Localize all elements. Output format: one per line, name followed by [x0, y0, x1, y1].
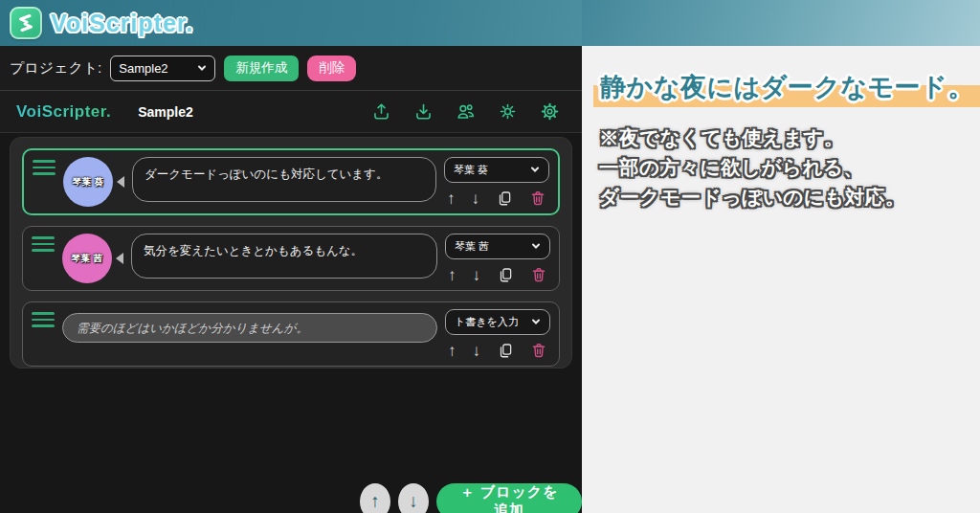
copy-block-icon[interactable] — [497, 342, 514, 359]
block-controls: ト書きを入力 ↑ ↓ — [445, 309, 550, 359]
block-action-row: ↑ ↓ — [445, 342, 550, 359]
characters-icon[interactable] — [456, 101, 476, 122]
chevron-down-icon — [531, 317, 541, 328]
voiscripter-logo-icon — [10, 7, 42, 39]
move-up-button[interactable]: ↑ — [447, 190, 456, 207]
promo-note-line: 一部の方々に欲しがられる、 — [599, 152, 980, 182]
speaker-avatar[interactable]: 琴葉 茜 — [62, 234, 112, 283]
promo-heading: 静かな夜にはダークなモード。 — [593, 67, 980, 107]
dialogue-textarea[interactable]: ダークモードっぽいのにも対応しています。 — [132, 157, 436, 202]
scroll-down-button[interactable]: ↓ — [398, 483, 429, 513]
chevron-down-icon — [530, 165, 540, 176]
script-block-narration[interactable]: ト書きを入力 ↑ ↓ — [22, 301, 560, 367]
script-block-dialogue-1[interactable]: 琴葉 葵 ダークモードっぽいのにも対応しています。 琴葉 葵 ↑ ↓ — [22, 148, 560, 215]
header-project-name: Sample2 — [138, 104, 193, 120]
block-controls: 琴葉 葵 ↑ ↓ — [444, 157, 549, 207]
top-brand-bar: VoiScripter. — [0, 0, 582, 46]
create-project-button[interactable]: 新規作成 — [224, 56, 299, 81]
block-controls: 琴葉 茜 ↑ ↓ — [445, 234, 550, 283]
drag-handle-icon[interactable] — [33, 160, 56, 175]
footer-controls: ↑ ↓ ＋ ブロックを追加 — [360, 483, 582, 513]
app-header: VoiScripter. Sample2 — [0, 91, 582, 133]
move-up-button[interactable]: ↑ — [448, 343, 457, 359]
delete-block-icon[interactable] — [529, 190, 546, 207]
project-bar: プロジェクト: Sample2 新規作成 削除 — [0, 46, 582, 91]
copy-block-icon[interactable] — [496, 190, 513, 207]
chevron-down-icon — [531, 241, 541, 253]
move-down-button[interactable]: ↓ — [472, 190, 480, 207]
download-icon[interactable] — [413, 101, 434, 122]
delete-block-icon[interactable] — [530, 342, 547, 359]
header-toolbar — [371, 101, 566, 122]
upload-icon[interactable] — [371, 101, 391, 122]
voice-select[interactable]: 琴葉 葵 — [444, 157, 549, 183]
project-select[interactable]: Sample2 — [110, 56, 215, 81]
promo-panel: 静かな夜にはダークなモード。 ※夜でなくても使えます。 一部の方々に欲しがられる… — [582, 0, 980, 513]
voice-select-value: 琴葉 茜 — [455, 239, 489, 254]
project-select-value: Sample2 — [119, 61, 167, 76]
promo-note: ※夜でなくても使えます。 一部の方々に欲しがられる、 ダークモードっぽいのにも対… — [599, 123, 980, 212]
block-action-row: ↑ ↓ — [445, 266, 550, 283]
project-label: プロジェクト: — [10, 59, 101, 78]
speech-bubble-tail — [117, 176, 124, 188]
drag-handle-icon[interactable] — [32, 236, 55, 252]
drag-handle-icon[interactable] — [32, 312, 55, 327]
voice-select-value: 琴葉 葵 — [454, 163, 488, 177]
chevron-down-icon — [197, 61, 207, 76]
light-mode-icon[interactable] — [498, 101, 518, 122]
promo-note-line: ダークモードっぽいのにも対応。 — [599, 182, 980, 212]
voice-select[interactable]: ト書きを入力 — [445, 309, 550, 335]
move-up-button[interactable]: ↑ — [448, 267, 457, 283]
promo-note-line: ※夜でなくても使えます。 — [599, 123, 980, 152]
move-down-button[interactable]: ↓ — [473, 267, 481, 283]
copy-block-icon[interactable] — [497, 266, 514, 283]
script-block-dialogue-2[interactable]: 琴葉 茜 気分を変えたいときとかもあるもんな。 琴葉 茜 ↑ ↓ — [22, 226, 560, 291]
speech-bubble-tail — [116, 253, 123, 264]
block-action-row: ↑ ↓ — [444, 190, 549, 207]
promo-header-band — [582, 0, 980, 46]
header-brand: VoiScripter. — [16, 102, 111, 122]
dialogue-textarea[interactable]: 気分を変えたいときとかもあるもんな。 — [131, 234, 437, 279]
delete-project-button[interactable]: 削除 — [307, 56, 356, 81]
scroll-up-button[interactable]: ↑ — [360, 483, 390, 513]
add-block-button[interactable]: ＋ ブロックを追加 — [436, 483, 582, 513]
voice-select[interactable]: 琴葉 茜 — [445, 234, 550, 259]
move-down-button[interactable]: ↓ — [473, 343, 481, 359]
delete-block-icon[interactable] — [530, 266, 547, 283]
app-panel: VoiScripter. プロジェクト: Sample2 新規作成 削除 Voi… — [0, 0, 582, 513]
brand-wordmark: VoiScripter. — [51, 10, 193, 37]
speaker-avatar[interactable]: 琴葉 葵 — [63, 157, 113, 207]
voice-select-value: ト書きを入力 — [455, 315, 519, 329]
narration-input[interactable] — [62, 313, 437, 343]
script-block-list: 琴葉 葵 ダークモードっぽいのにも対応しています。 琴葉 葵 ↑ ↓ — [10, 137, 572, 368]
settings-gear-icon[interactable] — [540, 101, 560, 122]
